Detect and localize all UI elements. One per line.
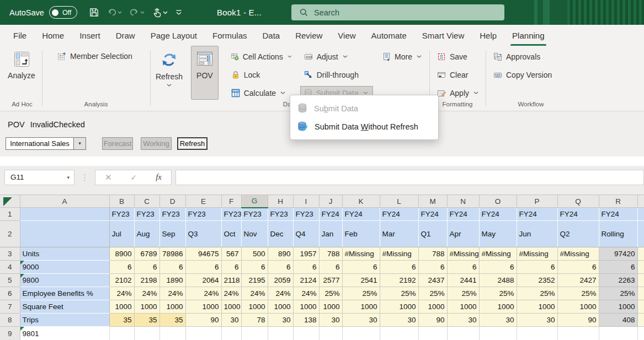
cell-O4[interactable]: 6	[479, 261, 517, 274]
cell-N6[interactable]: 25%	[447, 287, 479, 300]
cell-C6[interactable]: 24%	[134, 287, 159, 300]
col-header-G[interactable]: G	[241, 195, 268, 208]
pov-button[interactable]: POV	[191, 46, 219, 100]
cell-D9[interactable]	[159, 327, 185, 340]
cell-J2[interactable]: Jan	[319, 221, 342, 247]
cell-D1[interactable]: FY23	[159, 208, 185, 221]
col-header-F[interactable]: F	[221, 195, 241, 208]
tab-data[interactable]: Data	[254, 25, 288, 46]
pov-forecast-button[interactable]: Forecast	[102, 137, 133, 150]
cell-H4[interactable]: 6	[268, 261, 293, 274]
cell-R8[interactable]: 408	[599, 314, 637, 327]
cell-E3[interactable]: 94675	[185, 247, 221, 261]
cell-C8[interactable]: 35	[134, 314, 159, 327]
cell-N2[interactable]: Apr	[447, 221, 479, 247]
cell-E5[interactable]: 2064	[185, 274, 221, 287]
cell-R5[interactable]: 2263	[599, 274, 637, 287]
cell-H5[interactable]: 2059	[268, 274, 293, 287]
cell-G3[interactable]: 500	[241, 247, 268, 261]
col-header-P[interactable]: P	[517, 195, 557, 208]
touch-mode-chevron-icon[interactable]	[163, 11, 168, 14]
cell-N7[interactable]: 1000	[447, 300, 479, 314]
cell-A1[interactable]	[20, 208, 109, 221]
cell-G1[interactable]: FY23	[241, 208, 268, 221]
cell-G7[interactable]: 1000	[241, 300, 268, 314]
cell-H9[interactable]	[268, 327, 293, 340]
cell-B7[interactable]: 1000	[109, 300, 134, 314]
select-all-corner[interactable]	[0, 195, 20, 208]
cell-H3[interactable]: 890	[268, 247, 293, 261]
cell-P4[interactable]: 6	[517, 261, 557, 274]
cell-O3[interactable]: #Missing	[479, 247, 517, 261]
cell-partial-1[interactable]	[637, 208, 644, 221]
cell-R2[interactable]: Rolling	[599, 221, 637, 247]
tab-view[interactable]: View	[330, 25, 363, 46]
cell-K6[interactable]: 25%	[342, 287, 380, 300]
cell-M8[interactable]: 90	[418, 314, 447, 327]
cell-Q8[interactable]: 90	[557, 314, 599, 327]
cell-J7[interactable]: 1000	[319, 300, 342, 314]
cell-Q4[interactable]: 6	[557, 261, 599, 274]
cell-I2[interactable]: Q4	[293, 221, 319, 247]
cell-M5[interactable]: 2437	[418, 274, 447, 287]
refresh-button[interactable]: Refresh	[155, 46, 183, 100]
cell-J1[interactable]: FY24	[319, 208, 342, 221]
col-header-H[interactable]: H	[268, 195, 293, 208]
name-box-dropdown-icon[interactable]: ▾	[67, 175, 74, 180]
cell-P6[interactable]: 25%	[517, 287, 557, 300]
cell-C7[interactable]: 1000	[134, 300, 159, 314]
name-box[interactable]: G11 ▾	[4, 170, 74, 185]
format-clear-button[interactable]: Clear	[433, 68, 482, 82]
cell-I7[interactable]: 1000	[293, 300, 319, 314]
cell-M2[interactable]: Q1	[418, 221, 447, 247]
cell-P8[interactable]: 30	[517, 314, 557, 327]
cell-E2[interactable]: Q3	[185, 221, 221, 247]
cell-K1[interactable]: FY24	[342, 208, 380, 221]
cell-J6[interactable]: 25%	[319, 287, 342, 300]
cell-O2[interactable]: May	[479, 221, 517, 247]
cell-C4[interactable]: 6	[134, 261, 159, 274]
cell-E9[interactable]	[185, 327, 221, 340]
cell-K4[interactable]: 6	[342, 261, 380, 274]
cell-I3[interactable]: 1957	[293, 247, 319, 261]
cell-A6[interactable]: Employee Benefits %	[20, 287, 109, 300]
cell-A5[interactable]: 9800	[20, 274, 109, 287]
cell-G8[interactable]: 78	[241, 314, 268, 327]
cell-H2[interactable]: Dec	[268, 221, 293, 247]
redo-button[interactable]	[127, 6, 147, 19]
col-header-O[interactable]: O	[479, 195, 517, 208]
cell-J4[interactable]: 6	[319, 261, 342, 274]
cell-C3[interactable]: 6789	[134, 247, 159, 261]
row-header-4[interactable]: 4	[0, 261, 20, 274]
cell-H6[interactable]: 24%	[268, 287, 293, 300]
cell-R9[interactable]	[599, 327, 637, 340]
cell-P7[interactable]: 1000	[517, 300, 557, 314]
cell-N5[interactable]: 2441	[447, 274, 479, 287]
cell-E1[interactable]: FY23	[185, 208, 221, 221]
cell-L9[interactable]	[380, 327, 418, 340]
cell-I9[interactable]	[293, 327, 319, 340]
cell-K9[interactable]	[342, 327, 380, 340]
cell-F6[interactable]: 24%	[221, 287, 241, 300]
col-header-Q[interactable]: Q	[557, 195, 599, 208]
cell-A4[interactable]: 9000	[20, 261, 109, 274]
cell-C1[interactable]: FY23	[134, 208, 159, 221]
cell-G9[interactable]	[241, 327, 268, 340]
cell-R3[interactable]: 97420	[599, 247, 637, 261]
col-header-N[interactable]: N	[447, 195, 479, 208]
cell-L3[interactable]: #Missing	[380, 247, 418, 261]
cell-H8[interactable]: 30	[268, 314, 293, 327]
redo-dropdown-chevron-icon[interactable]	[140, 11, 145, 14]
cell-P2[interactable]: Jun	[517, 221, 557, 247]
col-header-E[interactable]: E	[185, 195, 221, 208]
cell-F3[interactable]: 567	[221, 247, 241, 261]
cell-K5[interactable]: 2541	[342, 274, 380, 287]
cell-Q7[interactable]: 1000	[557, 300, 599, 314]
cell-O9[interactable]	[479, 327, 517, 340]
insert-function-icon[interactable]: fx	[156, 172, 162, 182]
customize-quick-access-button[interactable]	[173, 7, 185, 18]
cell-partial-5[interactable]	[637, 274, 644, 287]
tab-help[interactable]: Help	[472, 25, 504, 46]
cell-K2[interactable]: Feb	[342, 221, 380, 247]
cell-E4[interactable]: 6	[185, 261, 221, 274]
